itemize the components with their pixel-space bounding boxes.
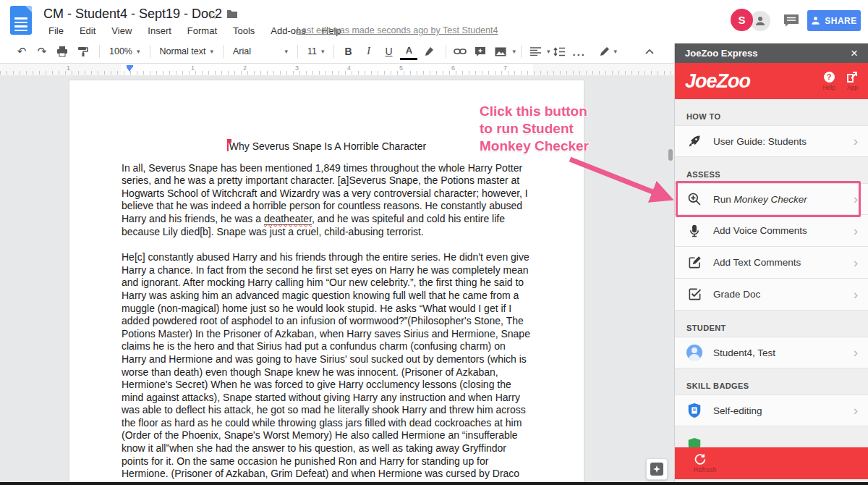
share-person-icon	[811, 16, 820, 25]
collaborator-cursor	[227, 142, 229, 151]
indent-marker[interactable]	[127, 65, 133, 72]
self-editing-badge-icon	[686, 402, 702, 418]
menu-edit[interactable]: Edit	[73, 24, 102, 38]
menu-file[interactable]: File	[42, 24, 70, 38]
ruler[interactable]: 1 1 2 3 4 5 6 7	[0, 64, 674, 75]
help-button[interactable]: ? Help	[822, 72, 835, 91]
insert-link-button[interactable]	[451, 43, 469, 60]
toolbar: ↶ ↷ 100%▾ Normal text▾ Arial▾ 11▾ B I U …	[0, 40, 674, 64]
explore-button[interactable]	[646, 458, 668, 480]
add-text-comments-label: Add Text Comments	[713, 257, 801, 268]
share-button[interactable]: SHARE	[807, 10, 861, 31]
partial-badge-icon	[686, 437, 702, 447]
chevron-right-icon: ›	[854, 345, 858, 360]
titlebar: CM - Student4 - Sept19 - Doc2 ☆ File Edi…	[0, 0, 868, 40]
user-avatar[interactable]: S	[731, 9, 753, 31]
document-title[interactable]: CM - Student4 - Sept19 - Doc2	[43, 7, 222, 22]
grade-doc-label: Grade Doc	[713, 289, 760, 300]
more-tools-button[interactable]: ...	[571, 43, 589, 60]
chevron-right-icon: ›	[854, 223, 858, 239]
doc-heading[interactable]: Why Severus Snape Is A Horrible Characte…	[122, 140, 532, 153]
menu-format[interactable]: Format	[181, 24, 224, 38]
user-guide-label: User Guide: Students	[713, 136, 807, 147]
menu-insert[interactable]: Insert	[141, 24, 178, 38]
print-button[interactable]	[54, 43, 71, 60]
add-text-comments-row[interactable]: Add Text Comments ›	[675, 247, 868, 279]
star-icon[interactable]: ☆	[208, 8, 218, 22]
joezoo-sidebar: JoeZoo Express × JoeZoo ? Help App HOW T…	[674, 43, 868, 482]
editing-mode-button[interactable]: ▾	[597, 43, 619, 60]
italic-button[interactable]: I	[359, 43, 377, 60]
sidebar-title: JoeZoo Express	[685, 48, 757, 59]
align-button[interactable]	[527, 43, 544, 60]
joezoo-banner: JoeZoo ? Help App	[675, 63, 868, 99]
run-monkey-checker-row[interactable]: Run Monkey Checker ›	[675, 183, 868, 215]
grade-doc-row[interactable]: Grade Doc ›	[675, 279, 868, 311]
share-label: SHARE	[825, 16, 857, 26]
paragraph-style-select[interactable]: Normal text▾	[156, 46, 218, 56]
text-color-button[interactable]: A	[400, 43, 417, 60]
chevron-right-icon: ›	[854, 191, 858, 207]
chevron-right-icon: ›	[854, 255, 858, 271]
explore-icon	[650, 463, 663, 476]
student-name-label: Student4, Test	[713, 347, 775, 358]
run-monkey-checker-label: Run Monkey Checker	[713, 194, 807, 205]
image-dropdown-caret[interactable]: ▾	[512, 48, 516, 55]
grade-check-icon	[686, 287, 702, 301]
annotation-arrow	[563, 153, 697, 219]
comments-icon[interactable]	[783, 13, 800, 31]
add-voice-comments-row[interactable]: Add Voice Comments ›	[675, 215, 868, 247]
underline-button[interactable]: U	[380, 43, 397, 60]
section-skill-badges: SKILL BADGES	[675, 376, 868, 395]
sidebar-header: JoeZoo Express ×	[675, 43, 868, 63]
help-icon: ?	[824, 72, 835, 83]
annotation-text: Click this button to run Student Monkey …	[480, 103, 589, 155]
close-sidebar-button[interactable]: ×	[851, 46, 858, 61]
menu-tools[interactable]: Tools	[226, 24, 261, 38]
font-family-select[interactable]: Arial▾	[229, 46, 292, 56]
line-spacing-button[interactable]	[550, 43, 568, 60]
paragraph-1[interactable]: In all, Severus Snape has been mentioned…	[122, 162, 532, 239]
insert-image-button[interactable]	[492, 43, 509, 60]
refresh-bar[interactable]: Refresh	[675, 447, 868, 479]
chevron-right-icon: ›	[854, 402, 858, 418]
student-avatar-icon	[686, 345, 702, 360]
section-assess: ASSESS	[675, 165, 868, 183]
last-edit-link[interactable]: Last edit was made seconds ago by Test S…	[297, 25, 498, 35]
font-size-select[interactable]: 11▾	[303, 46, 329, 56]
undo-button[interactable]: ↶	[13, 43, 30, 60]
menu-view[interactable]: View	[105, 24, 138, 38]
app-button[interactable]: App	[847, 72, 858, 91]
rocket-icon	[686, 134, 702, 148]
collapse-toolbar-button[interactable]	[641, 43, 658, 60]
highlight-color-button[interactable]	[420, 43, 438, 60]
external-link-icon	[847, 72, 858, 83]
anonymous-viewer-icon[interactable]	[750, 11, 770, 31]
refresh-label: Refresh	[694, 466, 717, 473]
bold-button[interactable]: B	[339, 43, 357, 60]
chevron-right-icon: ›	[854, 133, 858, 149]
add-comment-button[interactable]	[472, 43, 489, 60]
self-editing-label: Self-editing	[713, 405, 762, 416]
joezoo-logo: JoeZoo	[685, 70, 750, 93]
google-docs-icon[interactable]	[10, 6, 32, 35]
move-folder-icon[interactable]	[226, 9, 238, 22]
paint-format-button[interactable]	[74, 43, 91, 60]
misspelled-word[interactable]: deatheater	[264, 213, 312, 225]
chevron-right-icon: ›	[854, 287, 858, 303]
section-student: STUDENT	[675, 319, 868, 337]
student-row[interactable]: Student4, Test ›	[675, 337, 868, 368]
screen-bottom-edge	[0, 482, 868, 485]
add-voice-comments-label: Add Voice Comments	[713, 225, 807, 236]
section-how-to: HOW TO	[675, 107, 868, 125]
user-guide-row[interactable]: User Guide: Students ›	[675, 125, 868, 157]
self-editing-badge-row[interactable]: Self-editing ›	[675, 395, 868, 426]
paragraph-2[interactable]: He[c] constantly abused Harry and his fr…	[122, 251, 532, 482]
redo-button[interactable]: ↷	[33, 43, 51, 60]
zoom-select[interactable]: 100%▾	[105, 46, 145, 56]
text-comment-icon	[686, 256, 702, 269]
refresh-icon	[694, 453, 706, 465]
microphone-icon	[686, 224, 702, 238]
